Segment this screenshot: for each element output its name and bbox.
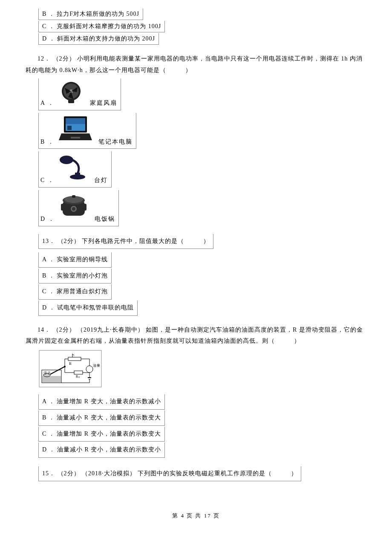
svg-rect-8 xyxy=(71,137,80,139)
svg-rect-15 xyxy=(72,195,75,198)
q14-stem: 14． （2分） （2019九上·长春期中） 如图，是一种自动测定汽车油箱的油面… xyxy=(26,324,366,347)
q13-stem: 13． （2分） 下列各电路元件中，阻值最大的是（ ） xyxy=(42,238,210,244)
q14-option-b-text: B ． 油量减小 R 变大，油量表的示数变大 xyxy=(42,414,161,421)
q14-option-b: B ． 油量减小 R 变大，油量表的示数变大 xyxy=(38,410,165,426)
q13-option-b: B ． 实验室用的小灯泡 xyxy=(38,269,112,284)
q14: 14． （2分） （2019九上·长春期中） 如图，是一种自动测定汽车油箱的油面… xyxy=(26,324,366,459)
lamp-icon xyxy=(56,152,90,186)
q14-figure: 浮子 R 油量 xyxy=(38,350,366,392)
page-number: 第 4 页 共 17 页 xyxy=(172,512,220,519)
page-footer: 第 4 页 共 17 页 xyxy=(26,512,366,520)
q11-option-c: C ． 克服斜面对木箱摩擦力做的功为 100J xyxy=(38,21,165,32)
q11-option-d: D ． 斜面对木箱的支持力做的功为 200J xyxy=(38,33,159,45)
svg-rect-22 xyxy=(42,376,61,383)
q11-option-b: B ． 拉力F对木箱所做的功为 500J xyxy=(38,9,143,20)
svg-rect-18 xyxy=(61,204,63,211)
circuit-diagram-icon: 浮子 R 油量 xyxy=(38,350,102,392)
q13-option-b-text: B ． 实验室用的小灯泡 xyxy=(42,272,108,279)
q15-stem: 15． （2分） （2018·大冶模拟） 下列图中的实验反映电磁起重机工作原理的… xyxy=(42,470,297,477)
q15-stem-box: 15． （2分） （2018·大冶模拟） 下列图中的实验反映电磁起重机工作原理的… xyxy=(38,466,301,482)
rice-cooker-icon xyxy=(57,191,91,225)
q12-option-b-caption: 笔记本电脑 xyxy=(98,136,133,148)
q12-option-c-label: C ． xyxy=(40,175,55,186)
svg-rect-19 xyxy=(84,204,86,211)
q15: 15． （2分） （2018·大冶模拟） 下列图中的实验反映电磁起重机工作原理的… xyxy=(38,466,366,483)
q12-option-a-label: A ． xyxy=(40,98,55,109)
q12-option-a: A ． 家庭风扇 xyxy=(38,78,121,110)
q12: 12． （2分） 小明利用电能表测量某一家用电器的电功率，当电路中只有这一个用电… xyxy=(26,53,366,226)
q14-option-c: C ． 油量增加 R 变小，油量表的示数变大 xyxy=(38,427,165,442)
svg-text:R₀: R₀ xyxy=(76,375,80,379)
fan-icon xyxy=(56,79,86,109)
q13: 13． （2分） 下列各电路元件中，阻值最大的是（ ） A ． 实验室用的铜导线… xyxy=(38,234,366,317)
q13-option-c-text: C ． 家用普通白炽灯泡 xyxy=(42,288,108,295)
q11-options: B ． 拉力F对木箱所做的功为 500J C ． 克服斜面对木箱摩擦力做的功为 … xyxy=(38,9,366,46)
q11-option-d-text: D ． 斜面对木箱的支持力做的功为 200J xyxy=(42,35,155,42)
svg-text:浮子: 浮子 xyxy=(43,371,51,375)
svg-rect-7 xyxy=(67,126,72,130)
q12-option-b: B ． 笔记本电脑 xyxy=(38,113,136,149)
q12-option-d-label: D ． xyxy=(40,214,55,225)
q13-option-a: A ． 实验室用的铜导线 xyxy=(38,252,112,268)
q12-option-d-caption: 电饭锅 xyxy=(95,214,115,225)
q12-option-c: C ． 台灯 xyxy=(38,151,112,188)
q14-option-a-text: A ． 油量增加 R 变大，油量表的示数减小 xyxy=(42,398,161,405)
q13-option-c: C ． 家用普通白炽灯泡 xyxy=(38,284,112,300)
q13-option-d-text: D ． 试电笔中和氖管串联的电阻 xyxy=(42,304,134,311)
page-root: B ． 拉力F对木箱所做的功为 500J C ． 克服斜面对木箱摩擦力做的功为 … xyxy=(0,0,392,537)
svg-point-17 xyxy=(72,207,75,211)
q13-option-d: D ． 试电笔中和氖管串联的电阻 xyxy=(38,301,138,316)
q12-option-c-caption: 台灯 xyxy=(94,175,108,186)
svg-rect-3 xyxy=(68,100,74,103)
q12-option-a-caption: 家庭风扇 xyxy=(90,98,117,109)
q14-option-c-text: C ． 油量增加 R 变小，油量表的示数变大 xyxy=(42,431,161,437)
svg-rect-11 xyxy=(75,173,80,177)
svg-text:油量: 油量 xyxy=(93,364,101,367)
laptop-icon xyxy=(56,114,95,148)
q13-stem-box: 13． （2分） 下列各电路元件中，阻值最大的是（ ） xyxy=(38,234,213,249)
q13-option-a-text: A ． 实验室用的铜导线 xyxy=(42,256,108,263)
q14-option-d: D ． 油量减小 R 变小，油量表的示数变小 xyxy=(38,442,165,458)
q12-option-d: D ． 电饭锅 xyxy=(38,190,119,226)
q14-option-d-text: D ． 油量减小 R 变小，油量表的示数变小 xyxy=(42,446,161,453)
svg-point-35 xyxy=(86,366,93,373)
q14-option-a: A ． 油量增加 R 变大，油量表的示数减小 xyxy=(38,394,165,410)
q12-stem: 12． （2分） 小明利用电能表测量某一家用电器的电功率，当电路中只有这一个用电… xyxy=(26,53,366,76)
svg-text:R: R xyxy=(69,361,72,366)
q11-option-c-text: C ． 克服斜面对木箱摩擦力做的功为 100J xyxy=(42,23,161,29)
q12-option-b-label: B ． xyxy=(40,136,55,148)
q11-option-b-text: B ． 拉力F对木箱所做的功为 500J xyxy=(42,11,139,17)
